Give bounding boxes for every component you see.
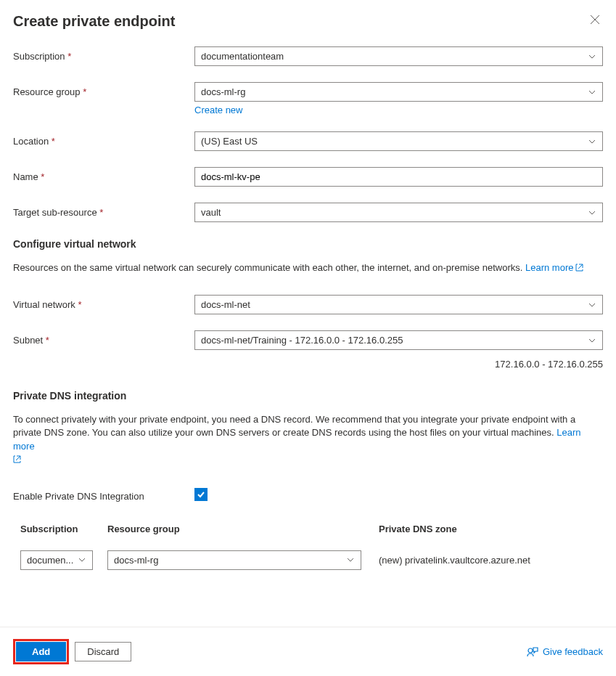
svg-point-0 [528, 648, 533, 653]
dns-table-header: Subscription Resource group Private DNS … [20, 524, 603, 534]
location-dropdown[interactable]: (US) East US [194, 131, 603, 151]
dns-table-row: documen... docs-ml-rg (new) privatelink.… [20, 550, 603, 570]
chevron-down-icon [588, 208, 596, 217]
add-button-highlight: Add [13, 639, 69, 664]
add-button[interactable]: Add [16, 642, 66, 661]
subnet-label: Subnet * [13, 330, 194, 346]
dns-resource-group-dropdown[interactable]: docs-ml-rg [107, 550, 361, 570]
resource-group-value: docs-ml-rg [201, 86, 245, 97]
chevron-down-icon [588, 137, 596, 146]
page-title: Create private endpoint [13, 13, 175, 30]
subnet-dropdown[interactable]: docs-ml-net/Training - 172.16.0.0 - 172.… [194, 330, 603, 350]
resource-group-dropdown[interactable]: docs-ml-rg [194, 82, 603, 102]
name-input[interactable] [194, 167, 603, 187]
feedback-icon [527, 646, 538, 658]
dns-resource-group-value: docs-ml-rg [114, 555, 158, 566]
chevron-down-icon [78, 555, 86, 564]
chevron-down-icon [588, 336, 596, 345]
subscription-label: Subscription * [13, 46, 194, 62]
enable-dns-label: Enable Private DNS Integration [13, 486, 194, 502]
resource-group-label: Resource group * [13, 82, 194, 97]
external-link-icon [13, 455, 21, 463]
feedback-label: Give feedback [543, 646, 603, 657]
discard-button[interactable]: Discard [75, 642, 131, 661]
check-icon [196, 489, 206, 500]
subscription-value: documentationteam [201, 51, 284, 62]
dns-section-title: Private DNS integration [13, 390, 603, 402]
dns-subscription-value: documen... [27, 555, 73, 566]
virtual-network-dropdown[interactable]: docs-ml-net [194, 295, 603, 314]
name-label: Name * [13, 167, 194, 182]
close-icon [590, 15, 600, 25]
virtual-network-value: docs-ml-net [201, 299, 250, 310]
dns-zone-value: (new) privatelink.vaultcore.azure.net [379, 555, 603, 566]
virtual-network-label: Virtual network * [13, 295, 194, 310]
chevron-down-icon [588, 52, 596, 61]
chevron-down-icon [588, 88, 596, 97]
vnet-section-desc: Resources on the same virtual network ca… [13, 261, 603, 274]
chevron-down-icon [588, 301, 596, 309]
dns-subscription-dropdown[interactable]: documen... [20, 550, 93, 570]
location-value: (US) East US [201, 136, 258, 147]
close-button[interactable] [587, 12, 603, 30]
target-sub-resource-dropdown[interactable]: vault [194, 203, 603, 222]
subnet-value: docs-ml-net/Training - 172.16.0.0 - 172.… [201, 335, 403, 346]
dns-section-desc: To connect privately with your private e… [13, 413, 603, 466]
enable-dns-checkbox[interactable] [194, 488, 208, 501]
vnet-learn-more-link[interactable]: Learn more [525, 262, 583, 273]
dns-header-subscription: Subscription [20, 524, 107, 534]
give-feedback-link[interactable]: Give feedback [527, 646, 603, 658]
target-sub-resource-value: vault [201, 207, 221, 218]
location-label: Location * [13, 131, 194, 147]
external-link-icon [575, 264, 583, 272]
subscription-dropdown[interactable]: documentationteam [194, 46, 603, 66]
create-new-link[interactable]: Create new [194, 105, 242, 115]
dns-header-zone: Private DNS zone [379, 524, 603, 534]
vnet-section-title: Configure virtual network [13, 238, 603, 250]
dns-header-resource-group: Resource group [107, 524, 379, 534]
chevron-down-icon [346, 555, 355, 564]
target-sub-resource-label: Target sub-resource * [13, 203, 194, 218]
subnet-range-text: 172.16.0.0 - 172.16.0.255 [13, 359, 603, 370]
